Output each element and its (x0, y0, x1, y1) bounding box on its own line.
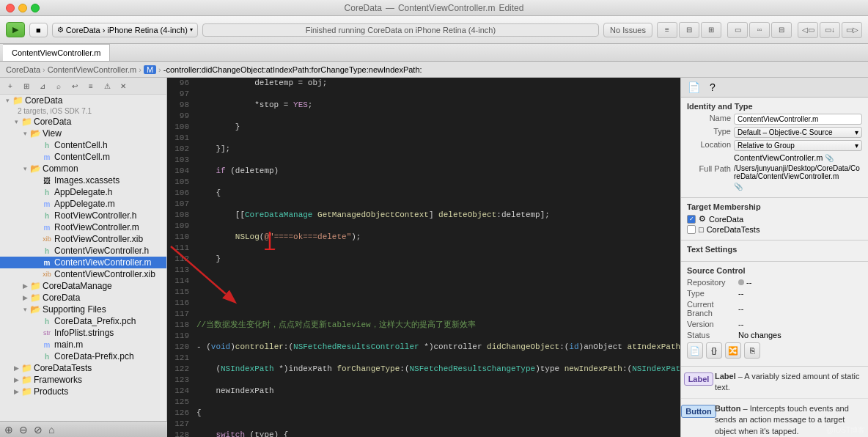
sidebar-item-rootvc-h[interactable]: h RootViewController.h (0, 210, 166, 221)
close-button[interactable] (6, 4, 15, 12)
sidebar-item-rootvc-m[interactable]: m RootViewController.m (0, 221, 166, 233)
sidebar-item-rootvc-xib[interactable]: xib RootViewController.xib (0, 233, 166, 245)
navigator-toggle[interactable]: ≡ (657, 22, 677, 38)
sidebar-item-frameworks[interactable]: ▶ 📁 Frameworks (0, 374, 166, 386)
sidebar-item-infoplist[interactable]: str InfoPlist.strings (0, 327, 166, 339)
standard-editor[interactable]: ▭ (727, 22, 748, 38)
sidebar-label-coredatamanage: CoreDataManage (43, 281, 166, 291)
active-tab[interactable]: ContentViewController.m (3, 44, 110, 61)
breadcrumb-item-m[interactable]: M (144, 65, 156, 74)
sc-icon-3[interactable]: 🔀 (725, 342, 741, 359)
sort-btn[interactable]: ⊞ (19, 79, 34, 92)
search-sidebar-btn[interactable]: ⌕ (51, 79, 66, 92)
file-icon[interactable]: 📄 (687, 81, 700, 94)
sidebar-item-contentcell-h[interactable]: h ContentCell.h (0, 139, 166, 151)
target-membership-section: Target Membership ✓ ⚙ CoreData □ CoreDat… (681, 198, 868, 240)
sidebar-item-coredatamanage[interactable]: ▶ 📁 CoreDataManage (0, 280, 166, 292)
sc-icon-2[interactable]: {} (706, 342, 722, 359)
traffic-lights[interactable] (6, 4, 40, 12)
version-editor[interactable]: ⊟ (771, 22, 792, 38)
breadcrumb: CoreData › ContentViewController.m › M ›… (0, 62, 868, 78)
add-file-btn[interactable]: + (3, 79, 18, 92)
status-remove-icon[interactable]: ⊖ (19, 424, 28, 436)
stop-button[interactable]: ■ (29, 23, 48, 37)
maximize-button[interactable] (31, 4, 40, 12)
breadcrumb-item-1[interactable]: ContentViewController.m (48, 65, 136, 74)
sidebar-item-supporting[interactable]: ▾ 📂 Supporting Files (0, 304, 166, 315)
scheme-selector[interactable]: ⚙ CoreData › iPhone Retina (4-inch) ▾ (52, 23, 198, 37)
h-file-icon-2: h (41, 188, 53, 197)
sidebar-item-contentvc-h[interactable]: h ContentViewController.h (0, 245, 166, 257)
sidebar-item-prefix2[interactable]: h CoreData-Prefix.pch (0, 350, 166, 362)
identity-type-section: Identity and Type Name Type Default – Ob… (681, 98, 868, 198)
location-label: Location (687, 140, 731, 149)
minimize-button[interactable] (18, 4, 27, 12)
recent-btn[interactable]: ↩ (67, 79, 82, 92)
sidebar-item-coredata[interactable]: ▾ 📁 CoreData (0, 116, 166, 128)
activity-text: Finished running CoreData on iPhone Reti… (306, 26, 496, 34)
status-add-icon[interactable]: ⊕ (4, 424, 13, 436)
sidebar-item-coredata2[interactable]: ▶ 📁 CoreData (0, 292, 166, 304)
current-branch-label: Current Branch (687, 300, 738, 317)
chevron-down-icon: ▾ (190, 26, 193, 33)
more-btn[interactable]: ≡ (84, 79, 98, 92)
assistant-editor[interactable]: ▫▫ (749, 22, 770, 38)
expand-arrow-4: ▾ (21, 165, 29, 172)
sidebar-item-coredatatests[interactable]: ▶ 📁 CoreDataTests (0, 362, 166, 374)
breadcrumb-item-0[interactable]: CoreData (6, 65, 40, 74)
type-select[interactable]: Default – Objective-C Source ▾ (734, 127, 862, 138)
sidebar-item-prefix[interactable]: h CoreData_Prefix.pch (0, 315, 166, 327)
sidebar-label-prefix2: CoreData-Prefix.pch (54, 351, 166, 361)
sidebar-item-contentcell-m[interactable]: m ContentCell.m (0, 151, 166, 163)
m-file-icon-2: m (41, 200, 53, 208)
target1-checkbox[interactable]: ✓ (687, 215, 696, 224)
breadcrumb-item-method[interactable]: -controller:didChangeObject:atIndexPath:… (163, 65, 422, 74)
hide-navigator[interactable]: ◁▭ (798, 22, 818, 38)
sidebar-item-contentvc-m[interactable]: m ContentViewController.m (0, 257, 166, 268)
sidebar-item-images[interactable]: 🖼 Images.xcassets (0, 175, 166, 186)
sc-icon-4[interactable]: ⎘ (744, 342, 760, 359)
group-icon: 📂 (29, 128, 41, 139)
warning-btn[interactable]: ⚠ (100, 79, 114, 92)
sidebar-label-rootvc-xib: RootViewController.xib (54, 234, 166, 244)
titlebar: CoreData — ContentViewController.m Edite… (0, 0, 868, 16)
run-button[interactable]: ▶ (6, 22, 25, 37)
sidebar-item-products[interactable]: ▶ 📁 Products (0, 386, 166, 397)
status-home-icon[interactable]: ⌂ (48, 424, 54, 436)
sc-icon-1[interactable]: 📄 (687, 342, 703, 359)
open-path-icon[interactable]: 📎 (734, 183, 743, 191)
version-label: Version (687, 320, 738, 328)
error-btn[interactable]: ✕ (116, 79, 130, 92)
sidebar-item-appdelegate-h[interactable]: h AppDelegate.h (0, 186, 166, 198)
right-panel-header: 📄 ? (681, 78, 868, 98)
debug-toggle[interactable]: ⊟ (679, 22, 699, 38)
name-input[interactable] (734, 114, 862, 125)
sidebar: + ⊞ ⊿ ⌕ ↩ ≡ ⚠ ✕ ▾ 📁 CoreData 2 targets, … (0, 78, 167, 437)
sidebar-item-common[interactable]: ▾ 📂 Common (0, 163, 166, 175)
location-select[interactable]: Relative to Group ▾ (734, 140, 862, 151)
group-icon-3: 📁 (29, 281, 41, 291)
hide-debug[interactable]: ▭↓ (820, 22, 840, 38)
title-sep: — (386, 3, 394, 13)
target2-checkbox[interactable] (687, 225, 696, 234)
type-src-row: Type -- (687, 289, 862, 298)
code-editor[interactable]: 96 97 98 99 100 101 102 103 104 105 106 … (167, 78, 680, 437)
group-icon-6: 📁 (21, 363, 32, 373)
sidebar-label-contentvc-xib: ContentViewController.xib (54, 269, 166, 279)
sidebar-item-coredata-root[interactable]: ▾ 📁 CoreData (0, 95, 166, 106)
status-filter-icon[interactable]: ⊘ (34, 424, 43, 436)
sidebar-item-appdelegate-m[interactable]: m AppDelegate.m (0, 198, 166, 210)
hide-inspector[interactable]: ▭▷ (842, 22, 862, 38)
sidebar-label-common: Common (43, 164, 166, 174)
code-editor-area: 96 97 98 99 100 101 102 103 104 105 106 … (167, 78, 680, 437)
sidebar-item-contentvc-xib[interactable]: xib ContentViewController.xib (0, 268, 166, 280)
inspector-toggle[interactable]: ⊞ (701, 22, 721, 38)
quickhelp-icon[interactable]: ? (706, 81, 719, 94)
open-file-icon[interactable]: 📎 (825, 154, 834, 162)
filter-btn[interactable]: ⊿ (35, 79, 50, 92)
asset-icon: 🖼 (41, 177, 53, 185)
issues-text: No Issues (610, 26, 646, 34)
sidebar-item-main[interactable]: m main.m (0, 339, 166, 350)
issues-button[interactable]: No Issues (603, 23, 652, 37)
sidebar-item-view[interactable]: ▾ 📂 View (0, 128, 166, 139)
